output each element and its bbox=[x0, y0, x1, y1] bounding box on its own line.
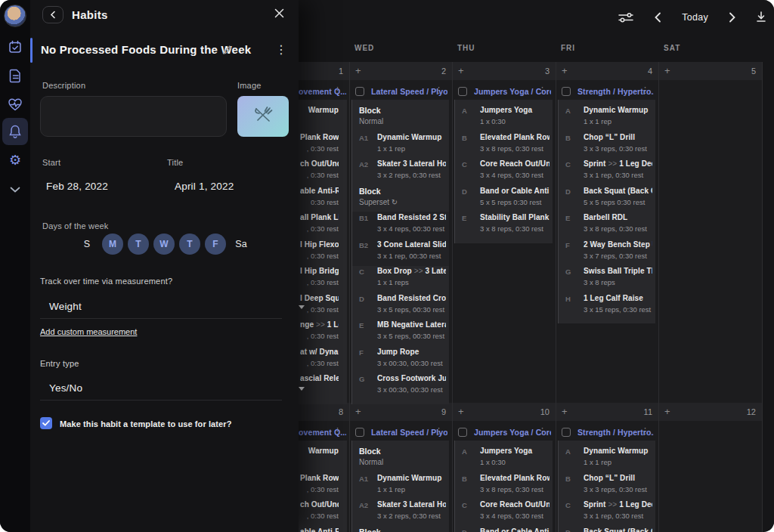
kebab-icon[interactable]: ⋮ bbox=[333, 426, 342, 436]
day-toggle-t[interactable]: T bbox=[179, 234, 200, 255]
workout-card-title-row: Strength / Hypertro...⋮ bbox=[562, 83, 654, 100]
gear-icon[interactable]: ⚙ bbox=[0, 152, 30, 169]
exercise-row[interactable]: Warmup bbox=[299, 104, 347, 131]
exercise-row[interactable]: FJump Rope3 x 00:30, 00:30 rest bbox=[352, 346, 449, 373]
exercise-row[interactable]: EMB Negative Lateral Hop...3 x 5 reps, 0… bbox=[352, 319, 449, 346]
workout-checkbox[interactable] bbox=[458, 428, 467, 437]
end-date-field[interactable]: April 1, 2022 bbox=[175, 181, 234, 192]
kebab-icon[interactable]: ⋮ bbox=[641, 426, 649, 436]
exercise-row[interactable]: EBarbell RDL3 x 8 reps, 0:30 rest bbox=[559, 212, 655, 239]
block-header-row[interactable]: BlockNormal bbox=[352, 104, 449, 131]
exercise-row[interactable]: ascial Release C... bbox=[299, 373, 347, 400]
chevron-down-icon[interactable] bbox=[0, 181, 30, 198]
exercise-row[interactable]: A2Skater 3 Lateral Hops >> ...3 x 2 reps… bbox=[352, 158, 449, 185]
measurement-chevron-down-icon[interactable] bbox=[299, 305, 305, 309]
exercise-row[interactable]: at w/ Dynamic P..., 0:30 rest bbox=[299, 346, 347, 373]
workout-checkbox[interactable] bbox=[355, 428, 364, 437]
exercise-row[interactable]: l Deep Squat Mo..., 0:30 rest bbox=[299, 292, 347, 320]
exercise-row[interactable]: A2Skater 3 Lateral Hops >> ...3 x 2 reps… bbox=[352, 499, 449, 526]
heart-pulse-icon[interactable] bbox=[0, 96, 30, 113]
exercise-row[interactable]: A1Dynamic Warmup1 x 1 rep bbox=[352, 472, 449, 500]
habit-kebab-icon[interactable]: ⋮ bbox=[275, 42, 287, 57]
day-toggle-w[interactable]: W bbox=[153, 234, 175, 255]
exercise-row[interactable]: BChop “L” Drill3 x 3 reps, 0:30 rest bbox=[559, 131, 655, 159]
exercise-row[interactable]: CBox Drop >> 3 Lateral H...1 x 1 reps bbox=[352, 265, 449, 292]
day-toggle-m[interactable]: M bbox=[102, 234, 123, 255]
exercise-row[interactable]: all Plank Linear ..., 0:30 rest bbox=[299, 212, 347, 239]
exercise-row[interactable]: GSwiss Ball Triple Threat3 x 8 reps bbox=[559, 265, 655, 292]
exercise-row[interactable]: H1 Leg Calf Raise3 x 15 reps, 0:30 rest bbox=[559, 292, 655, 320]
exercise-row[interactable]: ch Out/Under, 0:30 rest bbox=[299, 158, 347, 185]
kebab-icon[interactable]: ⋮ bbox=[333, 85, 342, 95]
kebab-icon[interactable]: ⋮ bbox=[538, 426, 546, 436]
description-input[interactable] bbox=[40, 96, 227, 137]
exercise-row[interactable]: DBand Resisted Crossover...3 x 5 reps, 0… bbox=[352, 292, 449, 320]
exercise-row[interactable]: CSprint >> 1 Leg Declarations3 x 1 rep, … bbox=[559, 499, 655, 526]
exercise-row[interactable]: BElevated Plank Row3 x 8 reps, 0:30 rest bbox=[455, 472, 553, 500]
block-header-row[interactable]: BlockSuperset ↻ bbox=[352, 185, 449, 212]
workout-checkbox[interactable] bbox=[562, 87, 571, 96]
entry-type-chevron-down-icon[interactable] bbox=[299, 387, 305, 391]
close-icon[interactable] bbox=[274, 8, 286, 20]
exercise-row[interactable]: ADynamic Warmup1 x 1 rep bbox=[559, 445, 655, 472]
day-toggle-f[interactable]: F bbox=[205, 234, 226, 255]
exercise-row[interactable]: BElevated Plank Row3 x 8 reps, 0:30 rest bbox=[455, 131, 553, 159]
exercise-row[interactable]: EStability Ball Plank Linear ...3 x 8 re… bbox=[455, 212, 553, 239]
day-toggle-t[interactable]: T bbox=[128, 234, 149, 255]
back-button[interactable] bbox=[42, 6, 63, 23]
day-toggle-sa[interactable]: Sa bbox=[231, 234, 252, 255]
exercise-row[interactable]: DBand or Cable Anti Rotati...5 x 5 reps … bbox=[455, 526, 553, 532]
habit-image[interactable] bbox=[237, 96, 289, 137]
calendar-check-icon[interactable] bbox=[0, 39, 30, 55]
add-custom-measurement-link[interactable]: Add custom measurement bbox=[40, 327, 137, 336]
kebab-icon[interactable]: ⋮ bbox=[538, 85, 546, 95]
exercise-row[interactable]: l Hip Bridge w/ ..., 0:30 rest bbox=[299, 265, 347, 292]
exercise-row[interactable]: DBand or Cable Anti Rotati...5 x 5 reps … bbox=[455, 185, 553, 212]
edit-pencil-icon[interactable] bbox=[222, 45, 233, 58]
exercise-row[interactable]: DBack Squat (Back Off Set)5 x 5 reps 0:3… bbox=[559, 185, 655, 212]
document-icon[interactable] bbox=[0, 67, 30, 84]
prev-week-chevron-icon[interactable] bbox=[655, 12, 661, 23]
start-date-field[interactable]: Feb 28, 2022 bbox=[46, 181, 108, 192]
exercise-row[interactable]: Plank Row, 0:30 rest bbox=[299, 472, 347, 500]
exercise-row[interactable]: CCore Reach Out/Under3 x 4 reps, 0:30 re… bbox=[455, 499, 553, 526]
exercise-row[interactable]: AJumpers Yoga1 x 0:30 bbox=[455, 445, 553, 472]
download-icon[interactable] bbox=[756, 11, 766, 23]
bell-icon[interactable] bbox=[0, 123, 30, 140]
exercise-row[interactable]: A1Dynamic Warmup1 x 1 rep bbox=[352, 131, 449, 159]
exercise-row[interactable]: able Anti-Rotati...0:30 rest bbox=[299, 526, 347, 532]
workout-checkbox[interactable] bbox=[562, 428, 571, 437]
exercise-name: ch Out/Under bbox=[300, 500, 339, 509]
exercise-row[interactable]: ADynamic Warmup1 x 1 rep bbox=[559, 104, 655, 131]
exercise-row[interactable]: AJumpers Yoga1 x 0:30 bbox=[455, 104, 553, 131]
exercise-row[interactable]: DBack Squat (Back Off Set)5 x 5 reps 0:3… bbox=[559, 526, 655, 532]
exercise-row[interactable]: B23 Cone Lateral Slide3 x 1 rep, 00:30 r… bbox=[352, 239, 449, 266]
kebab-icon[interactable]: ⋮ bbox=[641, 85, 649, 95]
day-toggle-s[interactable]: S bbox=[76, 234, 98, 255]
exercise-row[interactable]: F2 Way Bench Step Up3 x 7 reps, 0:30 res… bbox=[559, 239, 655, 266]
exercise-row[interactable]: B1Band Resisted 2 Step Late...3 x 4 reps… bbox=[352, 212, 449, 239]
exercise-row[interactable]: able Anti-Rotati...0:30 rest bbox=[299, 185, 347, 212]
exercise-row[interactable]: l Hip Flexor Rais..., 0:30 rest bbox=[299, 239, 347, 266]
exercise-row[interactable]: Plank Row, 0:30 rest bbox=[299, 131, 347, 159]
kebab-icon[interactable]: ⋮ bbox=[435, 426, 443, 436]
avatar[interactable] bbox=[4, 5, 26, 27]
measurement-select[interactable]: Weight bbox=[49, 301, 82, 312]
exercise-row[interactable]: GCross Footwork Jump Rope3 x 00:30, 00:3… bbox=[352, 373, 449, 400]
workout-checkbox[interactable] bbox=[458, 87, 467, 96]
exercise-row[interactable]: nge >> 1 Leg St..., 0:30 rest bbox=[299, 319, 347, 346]
workout-checkbox[interactable] bbox=[355, 87, 364, 96]
block-header-row[interactable]: BlockSuperset ↻ bbox=[352, 526, 449, 532]
block-header-row[interactable]: BlockNormal bbox=[352, 445, 449, 472]
exercise-row[interactable]: Warmup bbox=[299, 445, 347, 472]
exercise-row[interactable]: BChop “L” Drill3 x 3 reps, 0:30 rest bbox=[559, 472, 655, 500]
exercise-row[interactable]: CCore Reach Out/Under3 x 4 reps, 0:30 re… bbox=[455, 158, 553, 185]
entry-type-select[interactable]: Yes/No bbox=[49, 382, 82, 394]
next-week-chevron-icon[interactable] bbox=[729, 12, 735, 23]
template-checkbox[interactable] bbox=[40, 417, 52, 429]
today-button[interactable]: Today bbox=[682, 12, 708, 23]
exercise-row[interactable]: ch Out/Under, 0:30 rest bbox=[299, 499, 347, 526]
exercise-row[interactable]: CSprint >> 1 Leg Declarations3 x 1 rep, … bbox=[559, 158, 655, 185]
filter-sliders-icon[interactable] bbox=[618, 11, 634, 23]
kebab-icon[interactable]: ⋮ bbox=[435, 85, 443, 95]
